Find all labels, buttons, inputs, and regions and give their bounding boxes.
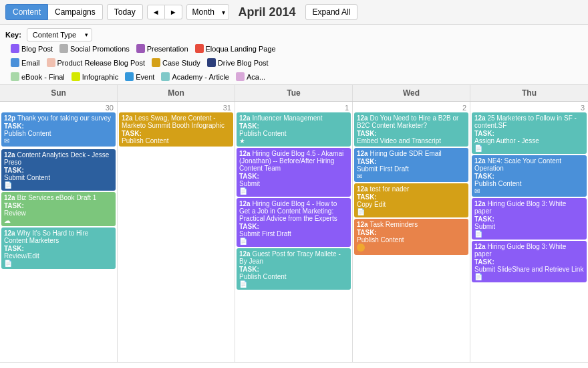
expand-all-button[interactable]: Expand All [305, 4, 358, 20]
event-card[interactable]: 12a Hiring Guide SDR Email TASK: Submit … [354, 148, 468, 182]
event-card[interactable]: 12a Do You Need to Hire a B2B or B2C Con… [354, 112, 468, 147]
event-card[interactable]: 12a Hiring Guide Blog 3: White paper TAS… [472, 241, 587, 282]
key-item-aca2: Aca... [236, 72, 265, 81]
event-card[interactable]: 12a Less Swag, More Content - Marketo Su… [119, 112, 233, 147]
ebook-label: eBook - Final [21, 73, 65, 81]
task-val: Copy Edit [357, 201, 466, 208]
product-label: Product Release Blog Post [57, 59, 145, 67]
event-time: 12a [239, 150, 252, 157]
social-label: Social Promotions [70, 45, 130, 53]
next-button[interactable]: ► [165, 5, 182, 19]
task-label: TASK: [474, 130, 584, 137]
task-val: Embed Video and Transcript [357, 137, 466, 145]
event-card[interactable]: 12a Hiring Guide Blog 4.5 - Akamai (Jona… [237, 148, 351, 197]
academy-swatch [161, 72, 170, 81]
prev-button[interactable]: ◄ [147, 5, 165, 19]
event-swatch [125, 72, 134, 81]
event-time: 12a [357, 150, 370, 157]
event-time: 12a [239, 114, 252, 122]
day-cell-tue: 1 12a Influencer Management TASK: Publis… [235, 102, 353, 363]
eloqua-swatch [195, 44, 204, 53]
event-time: 12a [239, 250, 252, 258]
header-mon: Mon [118, 85, 235, 101]
event-card[interactable]: 12a Content Analytics Deck - Jesse Preso… [1, 149, 116, 191]
event-title: Task Reminders [370, 221, 418, 228]
infographic-label: Infographic [82, 73, 118, 81]
day-num-31: 31 [119, 103, 233, 112]
event-title: test for nader [370, 185, 409, 193]
task-label: TASK: [4, 245, 113, 252]
aca2-label: Aca... [247, 73, 265, 81]
nav-buttons: ◄ ► [147, 5, 182, 19]
task-val: Publish Content [4, 130, 113, 137]
doc-icon: 📄 [474, 273, 584, 280]
key-item-product: Product Release Blog Post [47, 58, 145, 67]
task-label: TASK: [239, 173, 348, 180]
key-item-presentation: Presentation [136, 44, 188, 53]
event-title: Biz Services eBook Draft 1 [17, 194, 96, 201]
toolbar: Content Campaigns Today ◄ ► Month Week D… [0, 0, 588, 25]
campaigns-button[interactable]: Campaigns [48, 4, 103, 20]
event-card[interactable]: 12a Influencer Management TASK: Publish … [237, 112, 351, 147]
drive-label: Drive Blog Post [218, 59, 269, 67]
doc-icon: 📄 [4, 260, 113, 267]
calendar-title: April 2014 [239, 5, 296, 19]
key-item-email: Email [11, 58, 40, 67]
academy-label: Academy - Article [172, 73, 229, 81]
event-title: Hiring Guide Blog 4.5 - Akamai (Jonathan… [239, 150, 343, 172]
blog-swatch [11, 44, 19, 53]
event-card[interactable]: 12a Task Reminders TASK: Publish Content [354, 219, 468, 255]
event-title: Content Analytics Deck - Jesse Preso [4, 151, 109, 166]
header-tue: Tue [235, 85, 353, 101]
event-title: Influencer Management [252, 114, 322, 122]
doc-icon: 📄 [239, 187, 348, 195]
event-time: 12a [4, 151, 17, 159]
event-time: 12a [4, 194, 17, 201]
event-card[interactable]: 12a Biz Services eBook Draft 1 TASK: Rev… [1, 192, 116, 226]
month-select-wrap: Month Week Day [186, 4, 229, 20]
aca2-swatch [236, 72, 245, 81]
task-val: Publish Content [239, 130, 348, 137]
task-label: TASK: [474, 173, 584, 180]
event-title: Less Swag, More Content - Marketo Summit… [122, 114, 225, 129]
event-title: 25 Marketers to Follow in SF - content.S… [474, 114, 577, 129]
doc-icon: 📄 [357, 208, 466, 215]
task-label: TASK: [239, 122, 348, 130]
doc-icon: 📄 [239, 238, 348, 245]
task-val: Submit Content [4, 174, 113, 181]
infographic-swatch [71, 72, 80, 81]
day-headers: Sun Mon Tue Wed Thu [0, 85, 588, 102]
content-type-select-wrap: Content Type [27, 28, 92, 41]
event-card[interactable]: 12a test for nader TASK: Copy Edit 📄 [354, 183, 468, 217]
email-icon: ✉ [4, 137, 113, 145]
task-val: Submit [474, 223, 584, 230]
event-card[interactable]: 12a Hiring Guide Blog 4 - How to Get a J… [237, 198, 351, 247]
event-time: 12a [122, 114, 134, 122]
event-card[interactable]: 12a NE4: Scale Your Content Operation TA… [472, 155, 587, 197]
presentation-label: Presentation [147, 45, 188, 53]
task-label: TASK: [357, 193, 466, 201]
task-val: Review [4, 209, 113, 217]
event-card[interactable]: 12p Thank you for taking our survey TASK… [1, 112, 116, 147]
today-button[interactable]: Today [107, 4, 143, 20]
doc-icon: 📄 [239, 280, 348, 288]
event-card[interactable]: 12a Guest Post for Tracy Mallete - By Je… [237, 248, 351, 290]
content-type-select[interactable]: Content Type [27, 28, 92, 41]
calendar-body: 30 12p Thank you for taking our survey T… [0, 102, 588, 363]
event-card[interactable]: 12a Why It's So Hard to Hire Content Mar… [1, 227, 116, 269]
content-campaigns-toggle: Content Campaigns [5, 4, 103, 20]
doc-icon: 📄 [474, 145, 584, 152]
content-button[interactable]: Content [5, 4, 48, 20]
doc-icon: 📄 [4, 181, 113, 189]
month-select[interactable]: Month Week Day [186, 4, 229, 20]
event-time: 12a [357, 185, 370, 193]
event-title: Hiring Guide Blog 3: White paper [474, 243, 566, 258]
event-time: 12a [474, 200, 487, 207]
event-card[interactable]: 12a Hiring Guide Blog 3: White paper TAS… [472, 198, 587, 240]
day-cell-wed: 2 12a Do You Need to Hire a B2B or B2C C… [353, 102, 470, 363]
event-card[interactable]: 12a 25 Marketers to Follow in SF - conte… [472, 112, 587, 154]
event-time: 12a [357, 114, 370, 122]
task-val: Review/Edit [4, 252, 113, 260]
eloqua-label: Eloqua Landing Page [206, 45, 276, 53]
event-time: 12a [357, 221, 370, 228]
